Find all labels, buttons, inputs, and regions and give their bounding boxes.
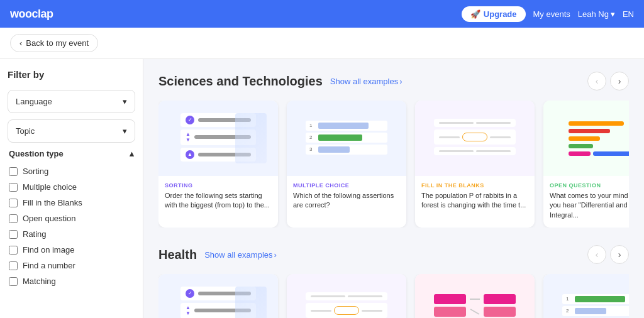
rocket-icon: 🚀 (470, 9, 480, 19)
card-description: The population P of rabbits in a forest … (421, 191, 528, 211)
card-mc-preview: 1 2 3 (287, 101, 406, 176)
sciences-title: Sciences and Technologies (158, 74, 323, 89)
sciences-show-all[interactable]: Show all examples › (330, 77, 402, 86)
sidebar: Filter by Language ▾ Topic ▾ Question ty… (0, 59, 143, 318)
back-arrow-icon: ‹ (19, 38, 22, 48)
card-fb-body: FILL IN THE BLANKS The population P of r… (415, 176, 535, 218)
card-mc-health[interactable]: 1 2 3 (543, 274, 629, 318)
logo: wooclap (10, 8, 53, 21)
health-next-button[interactable]: › (610, 245, 629, 264)
upgrade-button[interactable]: 🚀 Upgrade (462, 6, 526, 22)
card-sorting-sciences[interactable]: ✓ ▲ ▼ ▲ (158, 101, 278, 228)
sub-header: ‹ Back to my event (0, 28, 644, 59)
filter-fill-blanks[interactable]: Fill in the Blanks (8, 195, 135, 211)
health-cards: ✓ ▲ ▼ ▲ (158, 274, 629, 318)
sort-arrows-icon: ▲ ▼ (186, 132, 191, 143)
rating-checkbox[interactable] (9, 230, 18, 239)
sort-check-icon: ✓ (186, 289, 194, 298)
chevron-down-icon: ▾ (123, 126, 127, 136)
health-show-all[interactable]: Show all examples › (204, 250, 277, 260)
sciences-prev-button[interactable]: ‹ (587, 72, 606, 90)
user-menu[interactable]: Leah Ng ▾ (578, 9, 615, 19)
card-sorting-body: SORTING Order the following sets startin… (158, 176, 278, 218)
filter-matching[interactable]: Matching (8, 273, 135, 289)
filter-multiple-choice[interactable]: Multiple choice (8, 179, 135, 195)
card-description: Which of the following assertions are co… (293, 191, 400, 211)
chevron-right-icon: › (274, 250, 277, 260)
chevron-up-icon: ▴ (130, 149, 134, 158)
sort-arrows-icon: ▲ ▼ (186, 305, 191, 316)
multiple-choice-checkbox[interactable] (9, 183, 18, 192)
filter-sorting[interactable]: Sorting (8, 163, 135, 179)
card-mc-body: MULTIPLE CHOICE Which of the following a… (287, 176, 406, 218)
language-filter[interactable]: Language ▾ (8, 90, 135, 113)
health-section: Health Show all examples › ‹ › ✓ (158, 245, 629, 318)
sciences-header: Sciences and Technologies Show all examp… (158, 72, 629, 90)
filter-find-image[interactable]: Find on image (8, 242, 135, 258)
language-selector[interactable]: EN (623, 9, 634, 19)
sciences-next-button[interactable]: › (610, 72, 629, 90)
card-fb-preview (415, 101, 535, 176)
sciences-section: Sciences and Technologies Show all examp… (158, 72, 629, 228)
fill-blanks-checkbox[interactable] (9, 199, 18, 207)
open-question-checkbox[interactable] (9, 214, 18, 223)
chevron-right-icon: › (399, 77, 402, 86)
card-description: Order the following sets starting with t… (165, 191, 272, 211)
sciences-nav: ‹ › (587, 72, 629, 90)
card-mc-sciences[interactable]: 1 2 3 (287, 101, 406, 228)
card-description: What comes to your mind when you hear "D… (550, 191, 629, 220)
filter-find-number[interactable]: Find a number (8, 258, 135, 273)
my-events-link[interactable]: My events (533, 9, 570, 19)
topic-filter[interactable]: Topic ▾ (8, 119, 135, 143)
card-sorting-health-preview: ✓ ▲ ▼ ▲ (158, 274, 278, 318)
filter-title: Filter by (8, 69, 135, 80)
card-type-label: FILL IN THE BLANKS (421, 182, 528, 189)
content-area: Sciences and Technologies Show all examp… (143, 59, 644, 318)
matching-checkbox[interactable] (9, 277, 18, 286)
find-image-checkbox[interactable] (9, 246, 18, 255)
main-layout: Filter by Language ▾ Topic ▾ Question ty… (0, 59, 644, 318)
card-oq-preview (543, 101, 629, 176)
card-matching-health[interactable]: MATCHING Associate the muscle or muscle … (415, 274, 535, 318)
card-fb-sciences[interactable]: FILL IN THE BLANKS The population P of r… (415, 101, 535, 228)
question-type-header: Question type ▴ (8, 149, 135, 158)
card-oq-body: OPEN QUESTION What comes to your mind wh… (543, 176, 629, 228)
card-type-label: MULTIPLE CHOICE (293, 182, 400, 189)
card-type-label: OPEN QUESTION (550, 182, 629, 189)
find-number-checkbox[interactable] (9, 261, 18, 270)
card-matching-health-preview (415, 274, 535, 318)
chevron-down-icon: ▾ (123, 97, 127, 106)
sorting-checkbox[interactable] (9, 167, 18, 176)
health-prev-button[interactable]: ‹ (587, 245, 606, 264)
sciences-cards: ✓ ▲ ▼ ▲ (158, 101, 629, 228)
chevron-down-icon: ▾ (611, 9, 615, 19)
card-type-label: SORTING (165, 182, 272, 189)
header-right: 🚀 Upgrade My events Leah Ng ▾ EN (462, 6, 634, 22)
health-title: Health (158, 248, 197, 262)
card-mc-health-preview: 1 2 3 (543, 274, 629, 318)
health-nav: ‹ › (587, 245, 629, 264)
card-sorting-preview: ✓ ▲ ▼ ▲ (158, 101, 278, 176)
filter-rating[interactable]: Rating (8, 226, 135, 242)
back-button[interactable]: ‹ Back to my event (10, 34, 98, 52)
card-fb-health[interactable]: FILL IN THE BLANKS Complete the sentence… (287, 274, 406, 318)
card-sorting-health[interactable]: ✓ ▲ ▼ ▲ (158, 274, 278, 318)
card-oq-sciences[interactable]: OPEN QUESTION What comes to your mind wh… (543, 101, 629, 228)
filter-open-question[interactable]: Open question (8, 211, 135, 226)
app-header: wooclap 🚀 Upgrade My events Leah Ng ▾ EN (0, 0, 644, 28)
card-fb-health-preview (287, 274, 406, 318)
health-header: Health Show all examples › ‹ › (158, 245, 629, 264)
sort-check-icon: ✓ (186, 116, 194, 124)
